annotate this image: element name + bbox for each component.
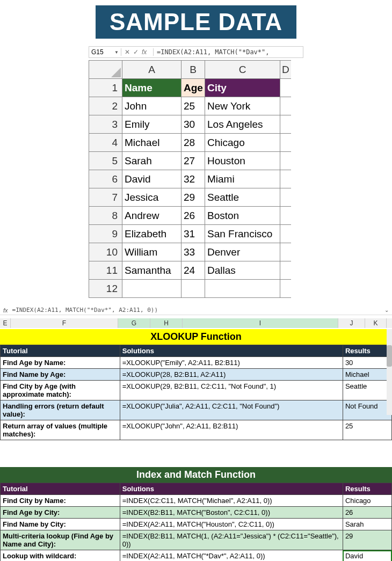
col-header-i[interactable]: I — [183, 318, 338, 328]
cell-city[interactable]: San Francisco — [205, 225, 280, 243]
solution-cell[interactable]: =XLOOKUP(29, B2:B11, C2:C11, "Not Found"… — [120, 381, 343, 400]
row-header-1[interactable]: 1 — [89, 79, 122, 97]
result-cell[interactable]: Sarah — [343, 519, 391, 530]
cell-age[interactable]: 29 — [182, 188, 205, 207]
tutorial-cell[interactable]: Return array of values (multiple matches… — [1, 420, 120, 440]
result-cell[interactable]: David — [343, 550, 391, 562]
row-header[interactable]: 9 — [89, 225, 122, 243]
col-header-b[interactable]: B — [182, 61, 205, 79]
cell-city[interactable]: Chicago — [205, 134, 280, 152]
col-header-d[interactable]: D — [280, 61, 291, 79]
header-city[interactable]: City — [205, 79, 280, 97]
cell-d[interactable] — [280, 115, 291, 134]
tutorial-cell[interactable]: Lookup with wildcard: — [1, 550, 120, 562]
cell-d[interactable] — [280, 188, 291, 207]
row-header[interactable]: 6 — [89, 170, 122, 188]
cell-city[interactable]: Seattle — [205, 188, 280, 207]
cell-age[interactable]: 30 — [182, 115, 205, 134]
cell-city[interactable]: Dallas — [205, 261, 280, 280]
cell-a12[interactable] — [122, 280, 182, 298]
col-header-j[interactable]: J — [338, 318, 365, 328]
cancel-icon[interactable]: ✕ — [125, 48, 130, 56]
result-cell[interactable]: 25 — [343, 420, 391, 440]
solution-cell[interactable]: =INDEX(B2:B11, MATCH("Boston", C2:C11, 0… — [120, 507, 343, 519]
cell-age[interactable]: 33 — [182, 243, 205, 261]
solution-cell[interactable]: =XLOOKUP("John", A2:A11, B2:B11) — [120, 420, 343, 440]
result-cell[interactable]: 26 — [343, 507, 391, 519]
cell-name[interactable]: David — [122, 170, 182, 188]
cell-c12[interactable] — [205, 280, 280, 298]
scrollbar-thumb[interactable] — [387, 345, 392, 367]
col-header-e[interactable]: E — [0, 318, 11, 328]
accept-icon[interactable]: ✓ — [133, 48, 139, 56]
cell-d[interactable] — [280, 170, 291, 188]
cell-city[interactable]: Houston — [205, 152, 280, 170]
result-cell[interactable]: Chicago — [343, 495, 391, 507]
cell-city[interactable]: Denver — [205, 243, 280, 261]
fx-icon[interactable]: fx — [142, 48, 147, 56]
row-header[interactable]: 7 — [89, 188, 122, 207]
result-cell[interactable]: 29 — [343, 530, 391, 550]
row-header[interactable]: 3 — [89, 115, 122, 134]
tutorial-cell[interactable]: Find Name by Age: — [1, 369, 120, 381]
row-header[interactable]: 10 — [89, 243, 122, 261]
formula-bar-mid-text[interactable]: =INDEX(A2:A11, MATCH("*Dav*", A2:A11, 0)… — [12, 307, 384, 314]
cell-age[interactable]: 27 — [182, 152, 205, 170]
cell-name[interactable]: William — [122, 243, 182, 261]
tutorial-cell[interactable]: Find Name by City: — [1, 519, 120, 530]
cell-city[interactable]: Miami — [205, 170, 280, 188]
tutorial-cell[interactable]: Handling errors (return default value): — [1, 400, 120, 420]
result-cell[interactable]: 30 — [343, 357, 391, 369]
cell-city[interactable]: Boston — [205, 207, 280, 225]
formula-bar-text[interactable]: =INDEX(A2:A11, MATCH("*Dav*", — [154, 48, 303, 56]
result-cell[interactable]: Michael — [343, 369, 391, 381]
cell-age[interactable]: 28 — [182, 134, 205, 152]
cell-d[interactable] — [280, 134, 291, 152]
result-cell[interactable]: Not Found — [343, 400, 391, 420]
cell-d[interactable] — [280, 97, 291, 115]
solution-cell[interactable]: =INDEX(C2:C11, MATCH("Michael", A2:A11, … — [120, 495, 343, 507]
solution-cell[interactable]: =INDEX(A2:A11, MATCH("*Dav*", A2:A11, 0)… — [120, 550, 343, 562]
cell-name[interactable]: Samantha — [122, 261, 182, 280]
cell-d[interactable] — [280, 207, 291, 225]
fx-icon[interactable]: fx — [3, 307, 8, 314]
cell-name[interactable]: Andrew — [122, 207, 182, 225]
col-header-h[interactable]: H — [150, 318, 183, 328]
cell-age[interactable]: 24 — [182, 261, 205, 280]
row-header[interactable]: 5 — [89, 152, 122, 170]
select-all-corner[interactable] — [89, 61, 122, 79]
col-header-f[interactable]: F — [11, 318, 118, 328]
tutorial-cell[interactable]: Find City by Age (with approximate match… — [1, 381, 120, 400]
solution-cell[interactable]: =XLOOKUP("Julia", A2:A11, C2:C11, "Not F… — [120, 400, 343, 420]
result-cell[interactable]: Seattle — [343, 381, 391, 400]
scrollbar-track[interactable] — [387, 329, 392, 415]
chevron-down-icon[interactable]: ⌄ — [384, 307, 389, 313]
cell-age[interactable]: 25 — [182, 97, 205, 115]
cell-d[interactable] — [280, 225, 291, 243]
cell-b12[interactable] — [182, 280, 205, 298]
cell-name[interactable]: Michael — [122, 134, 182, 152]
cell-d12[interactable] — [280, 280, 291, 298]
row-header[interactable]: 4 — [89, 134, 122, 152]
row-header-12[interactable]: 12 — [89, 280, 122, 298]
solution-cell[interactable]: =INDEX(A2:A11, MATCH("Houston", C2:C11, … — [120, 519, 343, 530]
cell-age[interactable]: 31 — [182, 225, 205, 243]
cell-age[interactable]: 26 — [182, 207, 205, 225]
cell-name[interactable]: Elizabeth — [122, 225, 182, 243]
tutorial-cell[interactable]: Find City by Name: — [1, 495, 120, 507]
col-header-g[interactable]: G — [118, 318, 150, 328]
cell-name[interactable]: Emily — [122, 115, 182, 134]
header-age[interactable]: Age — [182, 79, 205, 97]
solution-cell[interactable]: =XLOOKUP(28, B2:B11, A2:A11) — [120, 369, 343, 381]
col-header-k[interactable]: K — [365, 318, 387, 328]
cell-name[interactable]: Sarah — [122, 152, 182, 170]
tutorial-cell[interactable]: Multi-criteria lookup (Find Age by Name … — [1, 530, 120, 550]
cell-age[interactable]: 32 — [182, 170, 205, 188]
col-header-a[interactable]: A — [122, 61, 182, 79]
name-box[interactable]: G15 ▼ — [89, 48, 121, 56]
cell-city[interactable]: New York — [205, 97, 280, 115]
cell-city[interactable]: Los Angeles — [205, 115, 280, 134]
solution-cell[interactable]: =INDEX(B2:B11, MATCH(1, (A2:A11="Jessica… — [120, 530, 343, 550]
cell-d1[interactable] — [280, 79, 291, 97]
cell-d[interactable] — [280, 243, 291, 261]
